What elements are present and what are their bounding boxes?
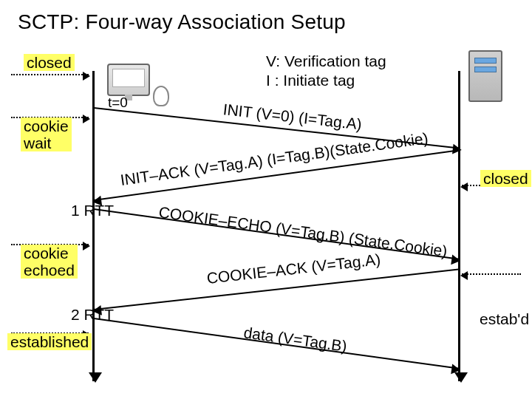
legend: V: Verification tag I : Initiate tag [266,52,386,91]
state-marker [11,74,89,75]
legend-line: I : Initiate tag [266,71,386,90]
state-cookie-echoed: cookie echoed [21,245,78,279]
legend-line: V: Verification tag [266,52,386,71]
state-closed-left: closed [24,54,75,71]
msg-cookie-echo: COOKIE–ECHO (V=Tag.B) (State.Cookie) [157,203,449,260]
state-estabd-right: estab'd [477,310,532,327]
page-title: SCTP: Four-way Association Setup [18,10,346,34]
server-timeline [458,71,460,381]
server-host-icon [468,50,502,102]
client-host-icon [107,64,150,96]
state-cookie-wait: cookie wait [21,117,72,151]
msg-cookie-ack: COOKIE–ACK (V=Tag.A) [206,250,382,287]
state-marker [462,273,521,275]
state-closed-right: closed [480,170,531,187]
client-timeline [92,71,95,381]
msg-data: data (V=Tag.B) [242,324,348,355]
state-established: established [7,333,92,350]
